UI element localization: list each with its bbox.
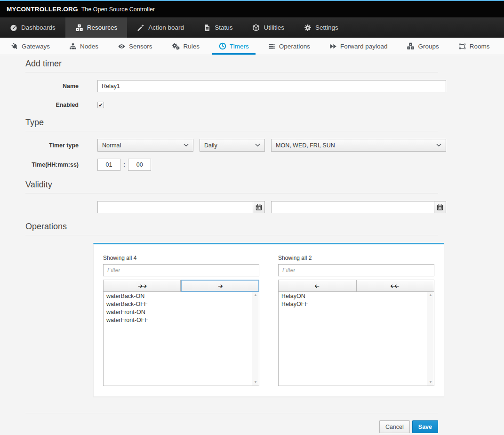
eye-icon <box>118 43 126 50</box>
enabled-row: Enabled ✔ <box>25 102 479 108</box>
double-arrow-left-icon: ➔➔ <box>391 282 400 290</box>
cogs-icon <box>172 43 180 50</box>
footer-actions: Cancel Save <box>25 420 446 433</box>
selected-operations-column: Showing all 2 ➔ ➔➔ RelayONRelayOFF ▲ ▼ <box>278 255 434 386</box>
subnav-item-rooms[interactable]: Rooms <box>452 38 496 55</box>
selected-operations-list: RelayONRelayOFF ▲ ▼ <box>278 292 434 386</box>
available-filter-input[interactable] <box>103 264 259 276</box>
subnav-item-operations[interactable]: Operations <box>262 38 317 55</box>
nav-item-dashboards[interactable]: Dashboards <box>0 17 65 38</box>
selected-value: MON, WED, FRI, SUN <box>276 142 335 149</box>
masthead: MYCONTROLLER.ORG The Open Source Control… <box>0 1 504 17</box>
validity-from-input[interactable] <box>97 201 253 213</box>
nav-item-label: Status <box>215 24 232 31</box>
nav-item-label: Resources <box>87 24 118 31</box>
selected-items: RelayONRelayOFF <box>279 292 426 308</box>
scroll-down-icon[interactable]: ▼ <box>429 380 432 384</box>
brand-title: MYCONTROLLER.ORG <box>7 6 78 13</box>
subnav-item-forward-payload[interactable]: Forward payload <box>323 38 394 55</box>
timer-type-select[interactable]: Normal <box>97 139 193 152</box>
move-right-buttons: ➔➔ ➔ <box>103 280 259 292</box>
scroll-down-icon[interactable]: ▼ <box>254 380 257 384</box>
move-all-right-button[interactable]: ➔➔ <box>103 280 181 292</box>
subnav-item-nodes[interactable]: Nodes <box>63 38 105 55</box>
type-section-title: Type <box>25 118 438 131</box>
subnav-item-label: Sensors <box>129 43 152 50</box>
nav-item-resources[interactable]: Resources <box>65 17 128 38</box>
nav-item-action-board[interactable]: Action board <box>127 17 194 38</box>
selected-count: Showing all 2 <box>278 255 434 261</box>
enabled-checkbox[interactable]: ✔ <box>97 102 104 108</box>
name-row: Name <box>25 80 479 92</box>
subnav-item-rules[interactable]: Rules <box>165 38 207 55</box>
cube-icon <box>252 24 260 32</box>
days-select[interactable]: MON, WED, FRI, SUN <box>271 139 446 152</box>
name-input[interactable] <box>97 80 446 92</box>
scrollbar[interactable]: ▲ ▼ <box>427 292 434 386</box>
move-all-left-button[interactable]: ➔➔ <box>357 280 435 292</box>
name-label: Name <box>25 83 79 89</box>
list-item[interactable]: waterFront-ON <box>104 308 251 316</box>
calendar-button[interactable] <box>253 201 265 213</box>
nav-item-label: Action board <box>148 24 184 31</box>
validity-to-input[interactable] <box>271 201 434 213</box>
arrow-right-icon: ➔ <box>218 282 222 290</box>
minute-input[interactable] <box>128 159 151 171</box>
selected-filter-input[interactable] <box>278 264 434 276</box>
main-content: Add timer Name Enabled ✔ Type Timer type… <box>0 55 479 433</box>
available-count: Showing all 4 <box>103 255 259 261</box>
forward-icon <box>329 43 337 50</box>
subnav-item-sensors[interactable]: Sensors <box>111 38 159 55</box>
secondary-nav: Gateways Nodes Sensors Rules Timers Oper… <box>0 38 504 55</box>
scroll-up-icon[interactable]: ▲ <box>254 293 257 297</box>
list-item[interactable]: RelayOFF <box>279 300 426 308</box>
arrow-left-icon: ➔ <box>315 282 320 290</box>
available-operations-list: waterBack-ONwaterBack-OFFwaterFront-ONwa… <box>103 292 259 386</box>
nav-item-status[interactable]: Status <box>194 17 242 38</box>
chevron-down-icon <box>436 144 441 147</box>
list-item[interactable]: waterBack-OFF <box>104 300 251 308</box>
calendar-icon <box>437 204 443 210</box>
operations-duallist-panel: Showing all 4 ➔➔ ➔ waterBack-ONwaterBack… <box>93 243 444 397</box>
calendar-icon <box>256 204 262 210</box>
file-text-icon <box>204 24 211 32</box>
enabled-label: Enabled <box>25 102 79 108</box>
move-selected-left-button[interactable]: ➔ <box>278 280 357 292</box>
save-button[interactable]: Save <box>412 420 438 433</box>
subnav-item-label: Rules <box>184 43 200 50</box>
page-title: Add timer <box>25 59 438 72</box>
calendar-button[interactable] <box>434 201 446 213</box>
footer-divider <box>25 413 438 413</box>
nav-item-label: Dashboards <box>21 24 56 31</box>
cancel-button[interactable]: Cancel <box>379 420 410 433</box>
hour-input[interactable] <box>97 159 120 171</box>
validity-section-title: Validity <box>25 180 438 193</box>
list-item[interactable]: RelayON <box>279 292 426 300</box>
validity-to-group <box>271 201 446 213</box>
list-item[interactable]: waterFront-OFF <box>104 316 251 324</box>
list-item[interactable]: waterBack-ON <box>104 292 251 300</box>
cubes-icon <box>75 24 83 32</box>
subnav-item-label: Forward payload <box>340 43 388 50</box>
sitemap-icon <box>69 43 77 50</box>
available-operations-column: Showing all 4 ➔➔ ➔ waterBack-ONwaterBack… <box>103 255 259 386</box>
frequency-select[interactable]: Daily <box>200 139 265 152</box>
nav-item-label: Utilities <box>264 24 284 31</box>
subnav-item-timers[interactable]: Timers <box>212 38 256 55</box>
selected-value: Daily <box>204 142 217 149</box>
chevron-down-icon <box>184 144 189 147</box>
time-row: Time(HH:mm:ss) : <box>25 159 479 171</box>
move-selected-right-button[interactable]: ➔ <box>181 280 259 292</box>
subnav-item-label: Nodes <box>80 43 98 50</box>
double-arrow-right-icon: ➔➔ <box>138 282 146 290</box>
nav-item-utilities[interactable]: Utilities <box>242 17 294 38</box>
timer-type-row: Timer type Normal Daily MON, WED, FRI, S… <box>25 139 479 152</box>
dashboard-icon <box>10 24 17 32</box>
scrollbar[interactable]: ▲ ▼ <box>252 292 259 386</box>
subnav-item-groups[interactable]: Groups <box>400 38 445 55</box>
gear-icon <box>304 24 312 32</box>
validity-from-group <box>97 201 265 213</box>
nav-item-settings[interactable]: Settings <box>294 17 348 38</box>
subnav-item-gateways[interactable]: Gateways <box>5 38 56 55</box>
scroll-up-icon[interactable]: ▲ <box>429 293 432 297</box>
